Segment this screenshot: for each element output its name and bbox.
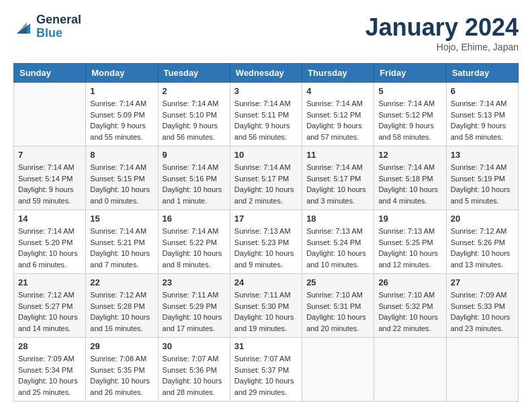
day-number: 5 xyxy=(378,86,441,96)
day-number: 2 xyxy=(163,86,226,96)
day-number: 18 xyxy=(306,214,369,224)
calendar-cell: 29Sunrise: 7:08 AMSunset: 5:35 PMDayligh… xyxy=(86,338,158,402)
day-number: 9 xyxy=(163,150,226,160)
calendar-cell xyxy=(446,338,518,402)
page-header: General Blue January 2024 Hojo, Ehime, J… xyxy=(13,13,519,52)
day-number: 30 xyxy=(163,341,226,351)
day-info: Sunrise: 7:14 AMSunset: 5:19 PMDaylight:… xyxy=(451,162,514,206)
day-info: Sunrise: 7:09 AMSunset: 5:34 PMDaylight:… xyxy=(18,353,81,398)
calendar-cell xyxy=(14,83,86,146)
day-info: Sunrise: 7:14 AMSunset: 5:22 PMDaylight:… xyxy=(163,226,226,270)
day-info: Sunrise: 7:14 AMSunset: 5:10 PMDaylight:… xyxy=(163,98,226,142)
logo-general: General xyxy=(36,13,81,27)
day-info: Sunrise: 7:08 AMSunset: 5:35 PMDaylight:… xyxy=(90,353,153,398)
weekday-header: Monday xyxy=(86,64,158,83)
day-number: 16 xyxy=(163,214,226,224)
calendar-cell: 6Sunrise: 7:14 AMSunset: 5:13 PMDaylight… xyxy=(446,83,518,146)
day-info: Sunrise: 7:13 AMSunset: 5:23 PMDaylight:… xyxy=(234,226,298,270)
day-info: Sunrise: 7:14 AMSunset: 5:12 PMDaylight:… xyxy=(378,98,441,142)
day-info: Sunrise: 7:14 AMSunset: 5:15 PMDaylight:… xyxy=(90,162,153,206)
calendar-cell: 17Sunrise: 7:13 AMSunset: 5:23 PMDayligh… xyxy=(230,210,302,274)
logo-blue: Blue xyxy=(36,27,81,40)
day-info: Sunrise: 7:12 AMSunset: 5:27 PMDaylight:… xyxy=(18,289,81,334)
calendar-cell: 5Sunrise: 7:14 AMSunset: 5:12 PMDaylight… xyxy=(374,83,446,146)
calendar-week-row: 7Sunrise: 7:14 AMSunset: 5:14 PMDaylight… xyxy=(14,146,519,210)
day-number: 12 xyxy=(378,150,441,160)
day-info: Sunrise: 7:14 AMSunset: 5:18 PMDaylight:… xyxy=(378,162,441,206)
day-number: 19 xyxy=(378,214,441,224)
logo-icon xyxy=(13,17,34,37)
logo-text: General Blue xyxy=(36,13,81,40)
calendar-cell: 1Sunrise: 7:14 AMSunset: 5:09 PMDaylight… xyxy=(86,83,158,146)
calendar-week-row: 14Sunrise: 7:14 AMSunset: 5:20 PMDayligh… xyxy=(14,210,519,274)
day-number: 22 xyxy=(90,277,153,287)
calendar-cell xyxy=(302,338,374,402)
calendar-table: SundayMondayTuesdayWednesdayThursdayFrid… xyxy=(13,63,519,402)
day-info: Sunrise: 7:14 AMSunset: 5:16 PMDaylight:… xyxy=(163,162,226,206)
day-number: 14 xyxy=(18,214,81,224)
day-info: Sunrise: 7:13 AMSunset: 5:24 PMDaylight:… xyxy=(306,226,369,270)
day-info: Sunrise: 7:09 AMSunset: 5:33 PMDaylight:… xyxy=(451,289,514,334)
day-number: 26 xyxy=(378,277,441,287)
calendar-cell: 27Sunrise: 7:09 AMSunset: 5:33 PMDayligh… xyxy=(446,274,518,338)
day-info: Sunrise: 7:14 AMSunset: 5:13 PMDaylight:… xyxy=(451,98,514,142)
day-number: 4 xyxy=(306,86,369,96)
day-number: 8 xyxy=(90,150,153,160)
weekday-header: Saturday xyxy=(446,64,518,83)
day-number: 7 xyxy=(18,150,81,160)
day-number: 6 xyxy=(451,86,514,96)
day-info: Sunrise: 7:14 AMSunset: 5:20 PMDaylight:… xyxy=(18,226,81,270)
day-number: 23 xyxy=(163,277,226,287)
weekday-header-row: SundayMondayTuesdayWednesdayThursdayFrid… xyxy=(14,64,519,83)
calendar-cell: 23Sunrise: 7:11 AMSunset: 5:29 PMDayligh… xyxy=(158,274,230,338)
day-info: Sunrise: 7:07 AMSunset: 5:36 PMDaylight:… xyxy=(163,353,226,398)
weekday-header: Thursday xyxy=(302,64,374,83)
day-number: 24 xyxy=(234,277,298,287)
calendar-cell: 20Sunrise: 7:12 AMSunset: 5:26 PMDayligh… xyxy=(446,210,518,274)
day-info: Sunrise: 7:14 AMSunset: 5:17 PMDaylight:… xyxy=(306,162,369,206)
calendar-cell: 18Sunrise: 7:13 AMSunset: 5:24 PMDayligh… xyxy=(302,210,374,274)
weekday-header: Sunday xyxy=(14,64,86,83)
day-number: 29 xyxy=(90,341,153,351)
day-info: Sunrise: 7:13 AMSunset: 5:25 PMDaylight:… xyxy=(378,226,441,270)
day-info: Sunrise: 7:12 AMSunset: 5:26 PMDaylight:… xyxy=(451,226,514,270)
day-info: Sunrise: 7:10 AMSunset: 5:31 PMDaylight:… xyxy=(306,289,369,334)
calendar-cell: 26Sunrise: 7:10 AMSunset: 5:32 PMDayligh… xyxy=(374,274,446,338)
calendar-cell: 19Sunrise: 7:13 AMSunset: 5:25 PMDayligh… xyxy=(374,210,446,274)
calendar-cell: 31Sunrise: 7:07 AMSunset: 5:37 PMDayligh… xyxy=(230,338,302,402)
calendar-cell: 11Sunrise: 7:14 AMSunset: 5:17 PMDayligh… xyxy=(302,146,374,210)
calendar-cell: 2Sunrise: 7:14 AMSunset: 5:10 PMDaylight… xyxy=(158,83,230,146)
calendar-week-row: 28Sunrise: 7:09 AMSunset: 5:34 PMDayligh… xyxy=(14,338,519,402)
calendar-cell: 22Sunrise: 7:12 AMSunset: 5:28 PMDayligh… xyxy=(86,274,158,338)
day-number: 10 xyxy=(234,150,298,160)
day-number: 28 xyxy=(18,341,81,351)
day-info: Sunrise: 7:14 AMSunset: 5:11 PMDaylight:… xyxy=(234,98,298,142)
calendar-cell: 4Sunrise: 7:14 AMSunset: 5:12 PMDaylight… xyxy=(302,83,374,146)
calendar-cell: 13Sunrise: 7:14 AMSunset: 5:19 PMDayligh… xyxy=(446,146,518,210)
month-title: January 2024 xyxy=(365,13,519,42)
calendar-cell: 14Sunrise: 7:14 AMSunset: 5:20 PMDayligh… xyxy=(14,210,86,274)
day-info: Sunrise: 7:11 AMSunset: 5:29 PMDaylight:… xyxy=(163,289,226,334)
weekday-header: Tuesday xyxy=(158,64,230,83)
calendar-cell: 24Sunrise: 7:11 AMSunset: 5:30 PMDayligh… xyxy=(230,274,302,338)
day-number: 3 xyxy=(234,86,298,96)
day-info: Sunrise: 7:07 AMSunset: 5:37 PMDaylight:… xyxy=(234,353,298,398)
day-number: 31 xyxy=(234,341,298,351)
day-info: Sunrise: 7:14 AMSunset: 5:14 PMDaylight:… xyxy=(18,162,81,206)
calendar-cell: 16Sunrise: 7:14 AMSunset: 5:22 PMDayligh… xyxy=(158,210,230,274)
day-number: 1 xyxy=(90,86,153,96)
svg-marker-1 xyxy=(17,22,27,34)
calendar-cell: 21Sunrise: 7:12 AMSunset: 5:27 PMDayligh… xyxy=(14,274,86,338)
day-number: 20 xyxy=(451,214,514,224)
day-info: Sunrise: 7:11 AMSunset: 5:30 PMDaylight:… xyxy=(234,289,298,334)
day-number: 27 xyxy=(451,277,514,287)
title-block: January 2024 Hojo, Ehime, Japan xyxy=(365,13,519,52)
day-number: 15 xyxy=(90,214,153,224)
calendar-cell xyxy=(374,338,446,402)
day-info: Sunrise: 7:14 AMSunset: 5:21 PMDaylight:… xyxy=(90,226,153,270)
day-info: Sunrise: 7:14 AMSunset: 5:17 PMDaylight:… xyxy=(234,162,298,206)
weekday-header: Friday xyxy=(374,64,446,83)
day-number: 11 xyxy=(306,150,369,160)
day-info: Sunrise: 7:12 AMSunset: 5:28 PMDaylight:… xyxy=(90,289,153,334)
day-number: 21 xyxy=(18,277,81,287)
